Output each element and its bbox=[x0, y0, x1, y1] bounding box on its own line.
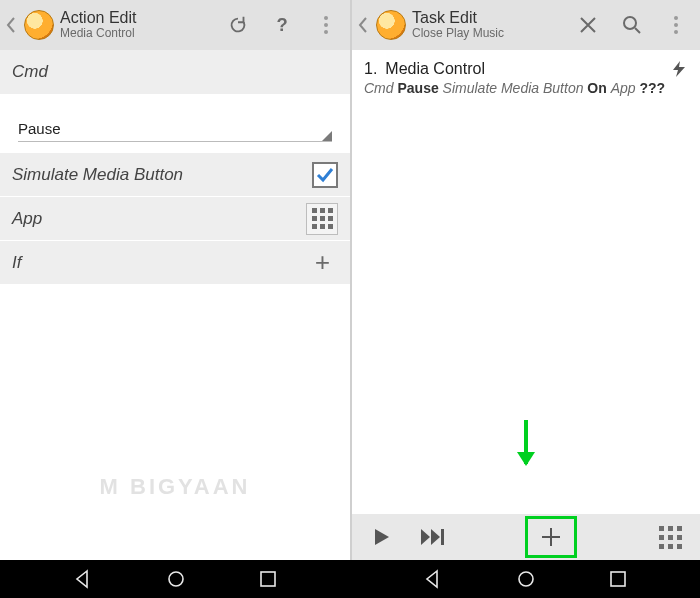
task-edit-pane: Task Edit Close Play Music 1. Media Cont… bbox=[350, 0, 700, 560]
task-number: 1. bbox=[364, 60, 377, 78]
cmd-section-label: Cmd bbox=[0, 50, 350, 94]
back-button[interactable] bbox=[4, 0, 18, 50]
svg-point-1 bbox=[624, 17, 636, 29]
help-icon[interactable]: ? bbox=[262, 5, 302, 45]
svg-point-5 bbox=[519, 572, 533, 586]
add-action-button[interactable] bbox=[528, 519, 574, 555]
cmd-spinner[interactable]: Pause bbox=[18, 114, 332, 142]
task-edit-topbar: Task Edit Close Play Music bbox=[352, 0, 700, 50]
svg-text:?: ? bbox=[277, 14, 288, 35]
header-subtitle: Media Control bbox=[60, 27, 218, 41]
play-icon[interactable] bbox=[362, 517, 402, 557]
task-bottom-toolbar bbox=[352, 514, 700, 560]
app-picker-icon[interactable] bbox=[306, 203, 338, 235]
overflow-menu-icon[interactable] bbox=[656, 5, 696, 45]
search-icon[interactable] bbox=[612, 5, 652, 45]
nav-home-icon[interactable] bbox=[166, 569, 186, 589]
nav-back-icon[interactable] bbox=[73, 569, 93, 589]
simulate-row[interactable]: Simulate Media Button bbox=[0, 152, 350, 196]
tasker-logo bbox=[24, 10, 54, 40]
svg-rect-2 bbox=[441, 529, 444, 545]
svg-point-3 bbox=[169, 572, 183, 586]
if-add-icon[interactable]: + bbox=[306, 247, 338, 278]
nav-back-icon[interactable] bbox=[423, 569, 443, 589]
svg-rect-6 bbox=[611, 572, 625, 586]
task-action-item[interactable]: 1. Media Control Cmd Pause Simulate Medi… bbox=[352, 50, 700, 106]
overflow-menu-icon[interactable] bbox=[306, 5, 346, 45]
annotation-arrow bbox=[524, 420, 528, 464]
watermark: M BIGYAAN bbox=[100, 474, 251, 500]
nav-recent-icon[interactable] bbox=[609, 570, 627, 588]
cmd-spinner-value: Pause bbox=[18, 120, 61, 137]
if-row[interactable]: If + bbox=[0, 240, 350, 284]
task-properties-icon[interactable] bbox=[650, 517, 690, 557]
header-title: Task Edit bbox=[412, 9, 568, 27]
lightning-icon bbox=[670, 60, 688, 78]
svg-rect-4 bbox=[261, 572, 275, 586]
nav-recent-icon[interactable] bbox=[259, 570, 277, 588]
header-subtitle: Close Play Music bbox=[412, 27, 568, 41]
android-navigation-bars bbox=[0, 560, 700, 598]
app-row[interactable]: App bbox=[0, 196, 350, 240]
app-label: App bbox=[12, 209, 42, 229]
simulate-checkbox[interactable] bbox=[312, 162, 338, 188]
nav-home-icon[interactable] bbox=[516, 569, 536, 589]
close-icon[interactable] bbox=[568, 5, 608, 45]
refresh-icon[interactable] bbox=[218, 5, 258, 45]
task-title: Media Control bbox=[385, 60, 670, 78]
task-summary: Cmd Pause Simulate Media Button On App ?… bbox=[364, 80, 688, 96]
back-button[interactable] bbox=[356, 0, 370, 50]
tasker-logo bbox=[376, 10, 406, 40]
if-label: If bbox=[12, 253, 21, 273]
action-edit-topbar: Action Edit Media Control ? bbox=[0, 0, 350, 50]
step-forward-icon[interactable] bbox=[412, 517, 452, 557]
header-title: Action Edit bbox=[60, 9, 218, 27]
action-edit-pane: Action Edit Media Control ? Cmd Pause bbox=[0, 0, 350, 560]
simulate-label: Simulate Media Button bbox=[12, 165, 183, 185]
